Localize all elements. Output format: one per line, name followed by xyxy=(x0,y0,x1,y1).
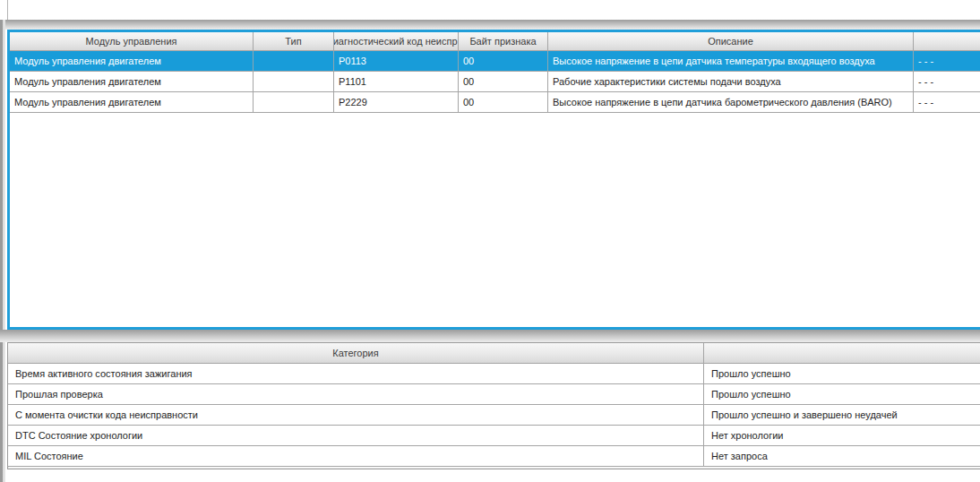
column-header-category[interactable]: Категория xyxy=(8,343,704,363)
cell-category: Прошлая проверка xyxy=(8,384,704,404)
cell-value: Прошло успешно xyxy=(704,364,980,383)
panel-edge-line xyxy=(7,0,8,20)
cell-description: Высокое напряжение в цепи датчика бароме… xyxy=(548,92,914,112)
column-header-code[interactable]: Диагностический код неиспр... xyxy=(334,32,459,50)
cell-value: Нет хронологии xyxy=(704,426,980,445)
column-header-value[interactable] xyxy=(704,343,980,363)
cell-code: P1101 xyxy=(334,72,459,91)
cell-type xyxy=(254,72,334,91)
status-table-row[interactable]: С момента очистки кода неисправности Про… xyxy=(8,405,980,426)
status-table-header-row: Категория xyxy=(8,343,980,364)
horizontal-splitter-middle[interactable] xyxy=(0,330,980,342)
top-panel-strip xyxy=(0,0,980,20)
cell-extra: - - - xyxy=(914,72,980,91)
window-left-edge xyxy=(0,20,5,482)
column-header-module[interactable]: Модуль управления xyxy=(10,32,254,50)
cell-category: С момента очистки кода неисправности xyxy=(8,405,704,425)
cell-module: Модуль управления двигателем xyxy=(10,72,254,91)
column-header-type[interactable]: Тип xyxy=(254,32,334,50)
cell-value: Прошло успешно xyxy=(704,384,980,404)
cell-category: Время активного состояния зажигания xyxy=(8,364,704,383)
dtc-table-row-p1101[interactable]: Модуль управления двигателем P1101 00 Ра… xyxy=(10,72,980,92)
cell-extra: - - - xyxy=(914,92,980,112)
cell-category: DTC Состояние хронологии xyxy=(8,426,704,445)
cell-module: Модуль управления двигателем xyxy=(10,92,254,112)
status-table-row[interactable]: MIL Состояние Нет запроса xyxy=(8,446,980,467)
status-table-row[interactable]: Время активного состояния зажигания Прош… xyxy=(8,364,980,384)
cell-type xyxy=(254,51,334,71)
cell-byte: 00 xyxy=(459,51,548,71)
cell-type xyxy=(254,92,334,112)
column-header-description[interactable]: Описание xyxy=(548,32,914,50)
column-header-byte[interactable]: Байт признака xyxy=(459,32,548,50)
cell-extra: - - - xyxy=(914,51,980,71)
column-header-extra[interactable] xyxy=(914,32,980,50)
cell-code: P0113 xyxy=(334,51,459,71)
cell-description: Рабочие характеристики системы подачи во… xyxy=(548,72,914,91)
dtc-table-row-p2229[interactable]: Модуль управления двигателем P2229 00 Вы… xyxy=(10,92,980,113)
horizontal-splitter-top[interactable] xyxy=(0,20,980,30)
cell-value: Прошло успешно и завершено неудачей xyxy=(704,405,980,425)
dtc-table-header-row: Модуль управления Тип Диагностический ко… xyxy=(10,32,980,51)
dtc-table: Модуль управления Тип Диагностический ко… xyxy=(7,30,980,330)
cell-module: Модуль управления двигателем xyxy=(10,51,254,71)
cell-value: Нет запроса xyxy=(704,446,980,466)
cell-byte: 00 xyxy=(459,92,548,112)
cell-category: MIL Состояние xyxy=(8,446,704,466)
cell-code: P2229 xyxy=(334,92,459,112)
cell-byte: 00 xyxy=(459,72,548,91)
status-table-row[interactable]: DTC Состояние хронологии Нет хронологии xyxy=(8,426,980,446)
dtc-table-row-p0113[interactable]: Модуль управления двигателем P0113 00 Вы… xyxy=(10,51,980,72)
cell-description: Высокое напряжение в цепи датчика темпер… xyxy=(548,51,914,71)
status-table: Категория Время активного состояния зажи… xyxy=(7,342,980,469)
status-table-row[interactable]: Прошлая проверка Прошло успешно xyxy=(8,384,980,405)
